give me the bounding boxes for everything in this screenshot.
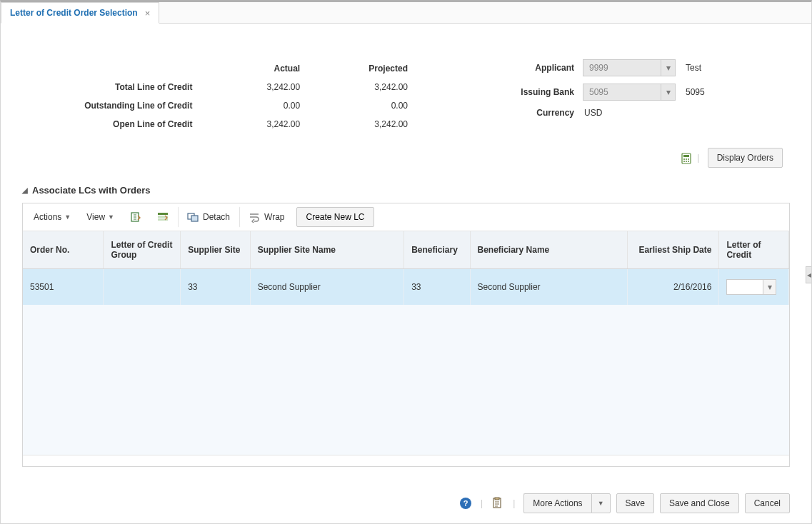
separator: |	[513, 498, 515, 508]
cell-letter-of-credit: ▾	[719, 269, 789, 305]
svg-point-2	[683, 158, 685, 160]
col-order-no[interactable]: Order No.	[23, 231, 104, 269]
svg-point-3	[686, 158, 687, 160]
cell-order-no: 53501	[23, 269, 104, 305]
close-icon[interactable]: ×	[145, 8, 151, 19]
horizontal-scrollbar[interactable]	[23, 455, 789, 466]
svg-rect-9	[158, 213, 168, 215]
calculator-icon[interactable]	[681, 153, 692, 164]
value-open-actual: 3,242.00	[206, 115, 314, 133]
chevron-left-icon: ◀	[807, 272, 811, 278]
svg-rect-1	[683, 155, 689, 157]
caret-down-icon: ▼	[108, 213, 114, 221]
caret-down-icon: ▼	[64, 213, 71, 221]
orders-grid-header: Order No. Letter of Credit Group Supplie…	[23, 231, 789, 269]
col-beneficiary-name[interactable]: Beneficiary Name	[470, 231, 628, 269]
display-orders-button[interactable]: Display Orders	[708, 148, 783, 168]
col-letter-of-credit[interactable]: Letter of Credit	[719, 231, 789, 269]
col-beneficiary[interactable]: Beneficiary	[404, 231, 470, 269]
section-title-text: Associate LCs with Orders	[32, 185, 150, 196]
chevron-down-icon: ▾	[661, 60, 675, 76]
more-actions-caret[interactable]: ▼	[591, 493, 611, 513]
tab-lc-order-selection[interactable]: Letter of Credit Order Selection ×	[1, 2, 159, 24]
letter-of-credit-combo[interactable]: ▾	[726, 279, 776, 295]
actions-menu[interactable]: Actions ▼	[27, 207, 77, 227]
col-lc-group[interactable]: Letter of Credit Group	[104, 231, 181, 269]
chevron-down-icon: ▾	[763, 280, 776, 294]
save-and-close-button[interactable]: Save and Close	[660, 493, 739, 513]
side-panel-handle[interactable]: ◀	[806, 266, 811, 283]
col-projected: Projected	[314, 59, 422, 78]
col-actual: Actual	[206, 59, 314, 78]
applicant-value: 9999	[589, 63, 608, 73]
separator: |	[697, 153, 699, 163]
value-outstanding-actual: 0.00	[206, 96, 314, 115]
chevron-down-icon: ▾	[661, 84, 675, 100]
applicant-combo[interactable]: 9999 ▾	[583, 59, 676, 76]
cell-lc-group	[104, 269, 181, 305]
detach-label: Detach	[203, 212, 230, 222]
tab-title: Letter of Credit Order Selection	[10, 8, 138, 18]
cell-supplier-site: 33	[181, 269, 251, 305]
footer-actions: ? | | More Actions ▼ Save Save and Close…	[459, 493, 790, 513]
col-supplier-site[interactable]: Supplier Site	[181, 231, 251, 269]
currency-value: USD	[584, 108, 602, 118]
collapse-icon: ◢	[22, 186, 28, 194]
cell-supplier-site-name: Second Supplier	[250, 269, 404, 305]
wrap-button[interactable]: Wrap	[239, 206, 291, 228]
wrap-icon	[249, 211, 260, 223]
label-open-loc: Open Line of Credit	[22, 115, 206, 133]
more-actions-split-button: More Actions ▼	[523, 493, 610, 513]
svg-text:?: ?	[463, 499, 468, 508]
issuing-bank-text: 5095	[686, 87, 705, 97]
grid-toolbar: Actions ▼ View ▼ Detach	[23, 203, 789, 231]
value-total-actual: 3,242.00	[206, 78, 314, 96]
value-outstanding-projected: 0.00	[314, 96, 422, 115]
cell-beneficiary-name: Second Supplier	[470, 269, 628, 305]
create-new-lc-button[interactable]: Create New LC	[296, 207, 374, 227]
applicant-text: Test	[686, 63, 701, 73]
svg-point-6	[686, 161, 687, 162]
value-total-projected: 3,242.00	[314, 78, 422, 96]
label-currency: Currency	[490, 108, 583, 118]
view-label: View	[86, 212, 105, 222]
more-actions-button[interactable]: More Actions	[523, 493, 591, 513]
orders-grid-body: 53501 33 Second Supplier 33 Second Suppl…	[23, 269, 789, 305]
cell-beneficiary: 33	[404, 269, 470, 305]
svg-rect-13	[191, 216, 198, 221]
section-associate-lcs[interactable]: ◢ Associate LCs with Orders	[22, 185, 790, 196]
label-applicant: Applicant	[490, 63, 583, 73]
view-menu[interactable]: View ▼	[80, 207, 121, 227]
issuing-bank-combo[interactable]: 5095 ▾	[583, 84, 676, 101]
wrap-label: Wrap	[264, 212, 284, 222]
cancel-button[interactable]: Cancel	[745, 493, 790, 513]
help-icon[interactable]: ?	[459, 497, 472, 510]
value-open-projected: 3,242.00	[314, 115, 422, 133]
col-supplier-site-name[interactable]: Supplier Site Name	[250, 231, 404, 269]
issuing-bank-value: 5095	[589, 87, 608, 97]
table-row[interactable]: 53501 33 Second Supplier 33 Second Suppl…	[23, 269, 789, 305]
label-total-loc: Total Line of Credit	[22, 78, 206, 96]
detach-icon	[187, 211, 199, 223]
credit-summary: Actual Projected Total Line of Credit 3,…	[22, 59, 422, 133]
svg-point-4	[688, 158, 689, 160]
cell-earliest-ship: 2/16/2016	[628, 269, 719, 305]
label-outstanding-loc: Outstanding Line of Credit	[22, 96, 206, 115]
svg-rect-17	[495, 498, 499, 500]
separator: |	[481, 498, 483, 508]
actions-label: Actions	[34, 212, 61, 222]
tab-bar: Letter of Credit Order Selection ×	[1, 2, 811, 24]
save-button[interactable]: Save	[616, 493, 654, 513]
export-icon[interactable]	[124, 206, 148, 228]
svg-point-5	[683, 161, 685, 162]
notes-icon[interactable]	[491, 497, 504, 510]
svg-point-7	[688, 161, 689, 162]
detach-button[interactable]: Detach	[178, 206, 236, 228]
label-issuing-bank: Issuing Bank	[490, 87, 583, 97]
col-earliest-ship[interactable]: Earliest Ship Date	[628, 231, 719, 269]
query-by-example-icon[interactable]	[151, 206, 175, 228]
